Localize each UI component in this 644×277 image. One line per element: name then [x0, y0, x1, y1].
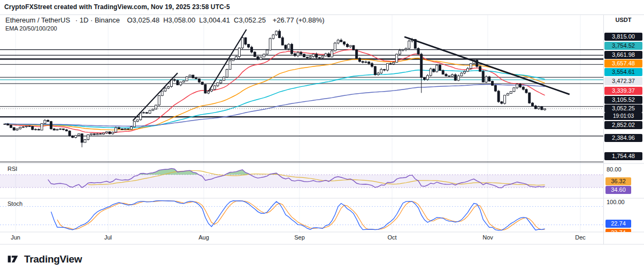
price-label: 3,339.37 [604, 87, 642, 95]
symbol-title[interactable]: Ethereum / TetherUS [5, 16, 70, 24]
ohlc-h: H3,058.00 [163, 16, 195, 24]
price-label: 3,052.25 [604, 104, 642, 113]
month-label: Nov [480, 234, 496, 241]
stoch-pane-label[interactable]: Stoch [7, 200, 22, 207]
stoch-d-badge-clipped: 23.74 [605, 229, 631, 232]
tradingview-chart-screenshot: CryptoFXStreet created with TradingView.… [0, 0, 644, 277]
month-label: Jun [7, 234, 24, 241]
price-label: 3,754.52 [604, 42, 642, 50]
rsi-pane-label[interactable]: RSI [7, 166, 17, 172]
indicator-label[interactable]: EMA 20/50/100/200 [5, 25, 57, 32]
price-scale[interactable]: USDT 3,815.003,754.523,661.983,657.483,5… [603, 15, 644, 244]
tradingview-logo-icon [6, 252, 20, 266]
month-label: Oct [384, 234, 400, 241]
tradingview-logo-text: TradingView [24, 253, 82, 265]
month-label: Sep [292, 234, 308, 241]
month-label: Dec [572, 234, 588, 241]
attribution-text: CryptoFXStreet created with TradingView.… [4, 3, 230, 11]
stoch-d-badge: 23.74 [605, 229, 631, 232]
rsi-value-badge: 34.60 [605, 186, 631, 194]
month-label: Aug [196, 234, 212, 241]
price-label: 3,105.52 [604, 96, 642, 104]
price-label: 3,815.00 [604, 33, 642, 41]
price-change: +26.77 (+0.88%) [273, 16, 325, 24]
price-label: 1,754.48 [604, 152, 642, 160]
month-label: Jul [100, 234, 116, 241]
tradingview-logo[interactable]: TradingView [6, 252, 82, 266]
stoch-k-badge: 22.74 [605, 220, 631, 228]
ohlc-l: L3,004.41 [199, 16, 230, 24]
time-axis[interactable]: JunJulAugSepOctNovDec [0, 232, 603, 244]
price-label: 2,852.02 [604, 121, 642, 129]
price-label: 2,384.96 [604, 134, 642, 142]
symbol-row: Ethereum / TetherUS · 1D · Binance O3,02… [5, 16, 325, 24]
ohlc-values: O3,025.48H3,058.00L3,004.41C3,052.25 [127, 16, 270, 24]
ohlc-o: O3,025.48 [127, 16, 160, 24]
symbol-meta: · 1D · Binance [75, 16, 120, 24]
price-label: 3,554.61 [604, 68, 642, 76]
price-scale-currency[interactable]: USDT [604, 17, 642, 23]
price-label: 3,661.98 [604, 51, 642, 59]
rsi-ma-badge: 36.32 [605, 177, 631, 185]
countdown-label: 19:01:03 [604, 113, 642, 120]
ohlc-c: C3,052.25 [234, 16, 266, 24]
price-label: 3,472.37 [604, 77, 642, 85]
price-label: 3,657.48 [604, 59, 642, 68]
